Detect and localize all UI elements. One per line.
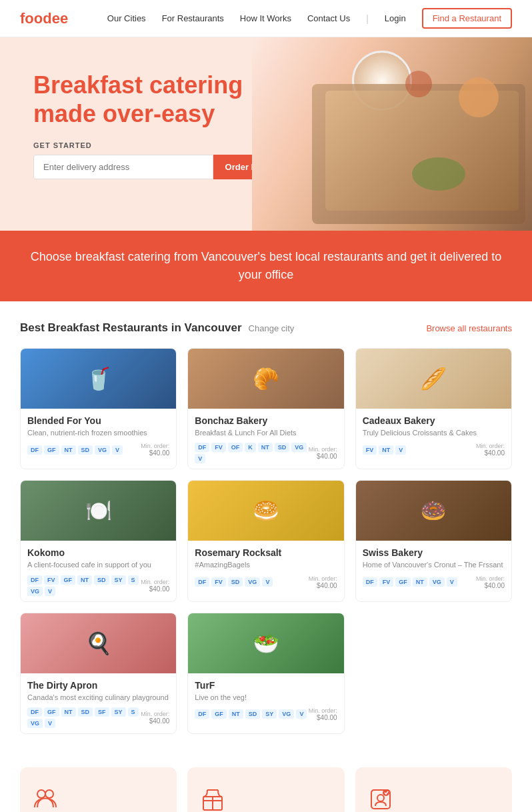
restaurant-grid-row3: 🍳 The Dirty Apron Canada's most exciting…: [20, 613, 512, 734]
restaurant-card-kokomo[interactable]: 🍽️ Kokomo A client-focused cafe in suppo…: [20, 480, 177, 601]
tag: SD: [78, 445, 93, 455]
section-header: Best Breakfast Restaurants in Vancouver …: [20, 321, 512, 335]
card-desc-rosemary: #AmazingBagels: [195, 560, 337, 569]
card-tags-blended: DF GF NT SD VG V: [27, 445, 123, 455]
tag: SD: [94, 575, 109, 585]
tag: GF: [395, 577, 411, 587]
red-banner: Choose breakfast catering from Vancouver…: [0, 231, 532, 301]
tag: SD: [78, 707, 93, 717]
tag: NT: [77, 575, 92, 585]
empty-cell: [355, 613, 512, 734]
card-name-blended: Blended For You: [27, 415, 169, 426]
nav-login[interactable]: Login: [385, 13, 406, 23]
restaurant-card-blended[interactable]: 🥤 Blended For You Clean, nutrient-rich f…: [20, 348, 177, 469]
restaurant-card-swiss[interactable]: 🍩 Swiss Bakery Home of Vancouver's Cronu…: [355, 480, 512, 601]
card-name-dirty-apron: The Dirty Apron: [27, 680, 169, 691]
min-order-turf: Min. order: $40.00: [309, 707, 337, 721]
tag: K: [245, 443, 256, 452]
svg-point-0: [37, 790, 45, 798]
tag: NT: [413, 577, 427, 587]
svg-point-4: [377, 795, 384, 801]
nav-how-it-works[interactable]: How It Works: [240, 13, 291, 23]
hero-title: Breakfast catering made over-easy: [33, 71, 287, 128]
nav-links: Our Cities For Restaurants How It Works …: [107, 8, 512, 29]
restaurant-grid-row1: 🥤 Blended For You Clean, nutrient-rich f…: [20, 348, 512, 469]
browse-all-link[interactable]: Browse all restaurants: [426, 323, 512, 333]
tag: VG: [95, 445, 110, 455]
individuals-icon: [33, 787, 163, 812]
navigation: foodee Our Cities For Restaurants How It…: [0, 0, 532, 37]
min-order-swiss: Min. order: $40.00: [476, 575, 505, 589]
tag: GF: [44, 445, 59, 455]
card-tags-bonchaz: DF FV OF K NT SD VG V: [195, 443, 308, 463]
restaurant-card-cadeaux[interactable]: 🥖 Cadeaux Bakery Truly Delicious Croissa…: [355, 348, 512, 469]
tag: SD: [245, 709, 261, 719]
restaurant-grid-row2: 🍽️ Kokomo A client-focused cafe in suppo…: [20, 480, 512, 601]
tag: DF: [27, 445, 42, 455]
nav-our-cities[interactable]: Our Cities: [107, 13, 146, 23]
nav-for-restaurants[interactable]: For Restaurants: [162, 13, 224, 23]
tag: V: [447, 577, 457, 587]
card-image-dirty-apron: 🍳: [21, 613, 176, 673]
card-body-dirty-apron: The Dirty Apron Canada's most exciting c…: [21, 673, 176, 733]
card-desc-turf: Live on the veg!: [195, 693, 337, 702]
svg-point-1: [45, 790, 53, 798]
delivery-address-input[interactable]: [33, 155, 213, 179]
tag: VG: [429, 577, 445, 587]
restaurants-section: Best Breakfast Restaurants in Vancouver …: [0, 301, 532, 754]
restaurant-card-dirty-apron[interactable]: 🍳 The Dirty Apron Canada's most exciting…: [20, 613, 177, 734]
card-desc-kokomo: A client-focused cafe in support of you: [27, 560, 169, 569]
tag: V: [195, 454, 205, 463]
tag: GF: [61, 575, 76, 585]
tag: S: [128, 575, 139, 585]
restaurant-card-rosemary[interactable]: 🥯 Rosemary Rocksalt #AmazingBagels DF FV…: [187, 480, 344, 601]
card-name-cadeaux: Cadeaux Bakery: [363, 415, 505, 426]
card-tags-rosemary: DF FV SD VG V: [195, 577, 273, 587]
tag: FV: [211, 443, 226, 452]
allergy-icon: [369, 787, 499, 812]
card-image-cadeaux: 🥖: [356, 349, 511, 409]
card-name-rosemary: Rosemary Rocksalt: [195, 547, 337, 558]
card-tags-cadeaux: FV NT V: [363, 445, 407, 455]
card-image-kokomo: 🍽️: [21, 481, 176, 541]
card-tags-kokomo: DF FV GF NT SD SY S VG V: [27, 575, 141, 596]
packaging-icon: [201, 787, 331, 812]
card-tags-turf: DF GF NT SD SY VG V: [195, 709, 307, 719]
card-desc-dirty-apron: Canada's most exciting culinary playgrou…: [27, 693, 169, 702]
tag: DF: [27, 575, 42, 585]
min-order-dirty-apron: Min. order: $40.00: [141, 711, 169, 725]
tag: FV: [379, 577, 394, 587]
logo[interactable]: foodee: [20, 10, 68, 27]
card-body-swiss: Swiss Bakery Home of Vancouver's Cronut …: [356, 541, 511, 594]
tag: V: [112, 445, 123, 455]
tag: SD: [275, 443, 290, 452]
card-footer-cadeaux: FV NT V Min. order: $40.00: [363, 443, 505, 457]
tag: NT: [379, 445, 393, 455]
restaurant-card-turf[interactable]: 🥗 TurF Live on the veg! DF GF NT SD SY V…: [187, 613, 344, 734]
tag: S: [128, 707, 139, 717]
tag: DF: [195, 443, 209, 452]
card-tags-dirty-apron: DF GF NT SD SF SY S VG V: [27, 707, 141, 728]
restaurant-card-bonchaz[interactable]: 🥐 Bonchaz Bakery Breakfast & Lunch For A…: [187, 348, 344, 469]
change-city-link[interactable]: Change city: [249, 323, 295, 333]
tag: VG: [27, 587, 43, 596]
card-body-turf: TurF Live on the veg! DF GF NT SD SY VG …: [188, 673, 343, 727]
find-restaurant-button[interactable]: Find a Restaurant: [422, 8, 512, 29]
tag: FV: [44, 575, 59, 585]
card-footer-kokomo: DF FV GF NT SD SY S VG V Min. order: $40…: [27, 575, 169, 596]
nav-contact-us[interactable]: Contact Us: [307, 13, 350, 23]
tag: FV: [363, 445, 377, 455]
hero-get-started-label: GET STARTED: [33, 141, 287, 149]
nav-divider: |: [366, 13, 369, 24]
card-image-bonchaz: 🥐: [188, 349, 343, 409]
card-footer-blended: DF GF NT SD VG V Min. order: $40.00: [27, 443, 169, 457]
tag: NT: [258, 443, 273, 452]
tag: NT: [229, 709, 243, 719]
tag: DF: [363, 577, 377, 587]
min-order-blended: Min. order: $40.00: [141, 443, 169, 457]
card-tags-swiss: DF FV GF NT VG V: [363, 577, 457, 587]
card-image-swiss: 🍩: [356, 481, 511, 541]
tag: SF: [95, 707, 109, 717]
feature-card-packaging: Smart packaging Receive custom-labeled m…: [187, 767, 344, 812]
tag: DF: [195, 709, 209, 719]
